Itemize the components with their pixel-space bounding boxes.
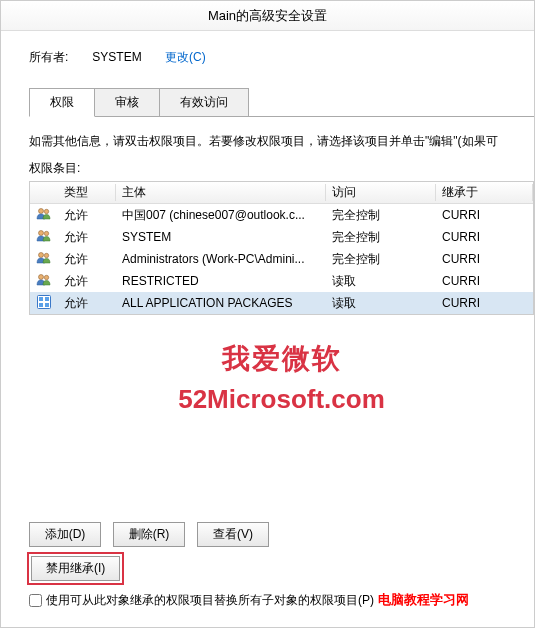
svg-point-4 xyxy=(39,252,44,257)
col-access-header[interactable]: 访问 xyxy=(326,184,436,201)
cell-principal: SYSTEM xyxy=(116,230,326,244)
users-icon xyxy=(30,228,58,247)
col-principal-header[interactable]: 主体 xyxy=(116,184,326,201)
cell-inherit: CURRI xyxy=(436,296,533,310)
permissions-grid: 类型 主体 访问 继承于 允许中国007 (chinese007@outlook… xyxy=(29,181,534,315)
svg-point-0 xyxy=(39,208,44,213)
red-annotation: 电脑教程学习网 xyxy=(378,591,469,609)
svg-point-1 xyxy=(44,209,48,213)
col-type-header[interactable]: 类型 xyxy=(58,184,116,201)
svg-point-3 xyxy=(44,231,48,235)
svg-point-6 xyxy=(39,274,44,279)
cell-principal: 中国007 (chinese007@outlook.c... xyxy=(116,207,326,224)
cell-inherit: CURRI xyxy=(436,208,533,222)
svg-rect-9 xyxy=(39,297,43,301)
disable-inheritance-button[interactable]: 禁用继承(I) xyxy=(31,556,120,581)
svg-point-5 xyxy=(44,253,48,257)
cell-type: 允许 xyxy=(58,295,116,312)
users-icon xyxy=(30,206,58,225)
users-icon xyxy=(30,272,58,291)
grid-body: 允许中国007 (chinese007@outlook.c...完全控制CURR… xyxy=(30,204,533,314)
col-inherit-header[interactable]: 继承于 xyxy=(436,184,533,201)
tabs-bar: 权限 审核 有效访问 xyxy=(29,88,534,117)
table-row[interactable]: 允许中国007 (chinese007@outlook.c...完全控制CURR… xyxy=(30,204,533,226)
info-text: 如需其他信息，请双击权限项目。若要修改权限项目，请选择该项目并单击"编辑"(如果… xyxy=(29,133,534,150)
table-row[interactable]: 允许RESTRICTED读取CURRI xyxy=(30,270,533,292)
change-owner-link[interactable]: 更改(C) xyxy=(165,50,206,64)
svg-rect-10 xyxy=(45,297,49,301)
table-row[interactable]: 允许ALL APPLICATION PACKAGES读取CURRI xyxy=(30,292,533,314)
package-icon xyxy=(30,294,58,313)
add-button[interactable]: 添加(D) xyxy=(29,522,101,547)
table-row[interactable]: 允许SYSTEM完全控制CURRI xyxy=(30,226,533,248)
watermark: 我爱微软 52Microsoft.com xyxy=(29,340,534,415)
remove-button[interactable]: 删除(R) xyxy=(113,522,185,547)
owner-value: SYSTEM xyxy=(92,50,141,64)
grid-header: 类型 主体 访问 继承于 xyxy=(30,182,533,204)
cell-type: 允许 xyxy=(58,251,116,268)
cell-principal: Administrators (Work-PC\Admini... xyxy=(116,252,326,266)
owner-label: 所有者: xyxy=(29,49,89,66)
cell-access: 读取 xyxy=(326,295,436,312)
window-title: Main的高级安全设置 xyxy=(1,1,534,31)
cell-principal: ALL APPLICATION PACKAGES xyxy=(116,296,326,310)
entries-label: 权限条目: xyxy=(29,160,534,177)
tab-effective[interactable]: 有效访问 xyxy=(159,88,249,117)
buttons-row: 添加(D) 删除(R) 查看(V) xyxy=(29,522,269,547)
cell-type: 允许 xyxy=(58,229,116,246)
table-row[interactable]: 允许Administrators (Work-PC\Admini...完全控制C… xyxy=(30,248,533,270)
tab-audit[interactable]: 审核 xyxy=(94,88,160,117)
watermark-line1: 我爱微软 xyxy=(29,340,534,378)
tab-permissions[interactable]: 权限 xyxy=(29,88,95,117)
svg-point-7 xyxy=(44,275,48,279)
svg-point-2 xyxy=(39,230,44,235)
cell-access: 完全控制 xyxy=(326,229,436,246)
highlighted-button-box: 禁用继承(I) xyxy=(27,552,124,585)
svg-rect-11 xyxy=(39,303,43,307)
replace-children-label: 使用可从此对象继承的权限项目替换所有子对象的权限项目(P) xyxy=(46,592,374,609)
cell-access: 完全控制 xyxy=(326,207,436,224)
owner-row: 所有者: SYSTEM 更改(C) xyxy=(29,49,534,66)
cell-inherit: CURRI xyxy=(436,230,533,244)
cell-inherit: CURRI xyxy=(436,252,533,266)
cell-type: 允许 xyxy=(58,207,116,224)
cell-type: 允许 xyxy=(58,273,116,290)
tab-underline xyxy=(29,116,534,117)
cell-access: 完全控制 xyxy=(326,251,436,268)
users-icon xyxy=(30,250,58,269)
cell-principal: RESTRICTED xyxy=(116,274,326,288)
svg-rect-12 xyxy=(45,303,49,307)
watermark-line2: 52Microsoft.com xyxy=(29,384,534,415)
replace-children-checkbox[interactable] xyxy=(29,594,42,607)
cell-access: 读取 xyxy=(326,273,436,290)
view-button[interactable]: 查看(V) xyxy=(197,522,269,547)
replace-children-row: 使用可从此对象继承的权限项目替换所有子对象的权限项目(P) 电脑教程学习网 xyxy=(29,591,469,609)
main-content: 所有者: SYSTEM 更改(C) 权限 审核 有效访问 如需其他信息，请双击权… xyxy=(1,31,534,415)
cell-inherit: CURRI xyxy=(436,274,533,288)
